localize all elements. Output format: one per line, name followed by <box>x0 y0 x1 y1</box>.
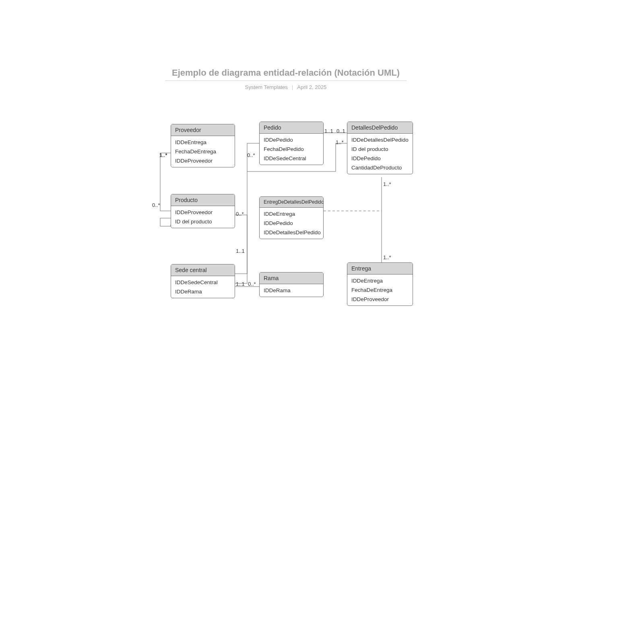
entity-proveedor[interactable]: Proveedor IDDeEntrega FechaDeEntrega IDD… <box>171 124 235 167</box>
multiplicity-label: 0..* <box>247 152 255 158</box>
entity-attr: IDDeEntrega <box>260 209 323 219</box>
entity-entreg-detalles-pedido[interactable]: EntregDeDetallesDelPedido IDDeEntrega ID… <box>259 196 324 239</box>
entity-attr: FechaDeEntrega <box>347 285 413 295</box>
diagram-subtitle: System Templates April 2, 2025 <box>165 84 407 90</box>
entity-attrs: IDDeSedeCentral IDDeRama <box>171 276 235 298</box>
multiplicity-label: 1..* <box>383 181 391 187</box>
entity-attr: FechaDeEntrega <box>171 147 235 156</box>
entity-title: Proveedor <box>171 124 235 136</box>
subtitle-left: System Templates <box>245 84 288 90</box>
diagram-header: Ejemplo de diagrama entidad-relación (No… <box>165 68 407 90</box>
entity-entrega[interactable]: Entrega IDDeEntrega FechaDeEntrega IDDeP… <box>347 262 413 306</box>
entity-sede-central[interactable]: Sede central IDDeSedeCentral IDDeRama <box>171 264 235 298</box>
multiplicity-label: 0..* <box>236 211 244 217</box>
multiplicity-label: 1..* <box>159 152 167 158</box>
entity-attr: IDDeRama <box>171 287 235 296</box>
multiplicity-label: 1..* <box>336 139 344 145</box>
entity-attr: ID del producto <box>347 144 413 154</box>
entity-attr: FechaDelPedido <box>260 144 323 154</box>
entity-title: Sede central <box>171 264 235 276</box>
entity-title: Producto <box>171 194 235 206</box>
entity-attr: CantidadDeProducto <box>347 163 413 172</box>
entity-attr: IDDeSedeCentral <box>171 278 235 287</box>
entity-title: Rama <box>260 272 323 284</box>
entity-attr: IDDeProveedor <box>171 156 235 165</box>
entity-attr: ID del producto <box>171 217 235 226</box>
subtitle-right: April 2, 2025 <box>297 84 326 90</box>
multiplicity-label: 0..* <box>248 281 256 287</box>
connector-lines <box>0 0 644 644</box>
entity-attrs: IDDeEntrega FechaDeEntrega IDDeProveedor <box>171 136 235 167</box>
subtitle-separator <box>292 85 293 90</box>
entity-attr: IDDeProveedor <box>347 295 413 304</box>
entity-title: EntregDeDetallesDelPedido <box>260 197 323 208</box>
entity-attrs: IDDePedido FechaDelPedido IDDeSedeCentra… <box>260 134 323 165</box>
multiplicity-label: 1..1 <box>236 248 245 254</box>
entity-attr: IDDePedido <box>260 135 323 144</box>
entity-title: Pedido <box>260 122 323 134</box>
entity-attr: IDDeRama <box>260 286 323 295</box>
multiplicity-label: 1..1 <box>236 281 245 287</box>
entity-attr: IDDeDetallesDelPedido <box>347 135 413 144</box>
entity-attrs: IDDeDetallesDelPedido ID del producto ID… <box>347 134 413 174</box>
entity-title: Entrega <box>347 263 413 275</box>
diagram-canvas: Ejemplo de diagrama entidad-relación (No… <box>0 0 644 644</box>
multiplicity-label: 0..1 <box>336 128 345 134</box>
diagram-title: Ejemplo de diagrama entidad-relación (No… <box>165 68 407 81</box>
entity-attrs: IDDeProveedor ID del producto <box>171 206 235 228</box>
entity-attrs: IDDeEntrega FechaDeEntrega IDDeProveedor <box>347 275 413 305</box>
multiplicity-label: 1..* <box>383 254 391 260</box>
multiplicity-label: 0..* <box>152 202 160 208</box>
entity-attr: IDDeEntrega <box>347 276 413 285</box>
entity-attr: IDDeEntrega <box>171 138 235 147</box>
entity-attr: IDDePedido <box>260 219 323 228</box>
entity-attrs: IDDeEntrega IDDePedido IDDeDetallesDelPe… <box>260 208 323 239</box>
entity-producto[interactable]: Producto IDDeProveedor ID del producto <box>171 194 235 228</box>
entity-rama[interactable]: Rama IDDeRama <box>259 272 324 297</box>
entity-detalles-del-pedido[interactable]: DetallesDelPedido IDDeDetallesDelPedido … <box>347 122 413 174</box>
entity-pedido[interactable]: Pedido IDDePedido FechaDelPedido IDDeSed… <box>259 122 324 165</box>
entity-attr: IDDePedido <box>347 154 413 163</box>
entity-attr: IDDeDetallesDelPedido <box>260 228 323 237</box>
entity-attr: IDDeSedeCentral <box>260 154 323 163</box>
entity-title: DetallesDelPedido <box>347 122 413 134</box>
multiplicity-label: 1..1 <box>324 128 333 134</box>
entity-attr: IDDeProveedor <box>171 208 235 217</box>
entity-attrs: IDDeRama <box>260 284 323 297</box>
